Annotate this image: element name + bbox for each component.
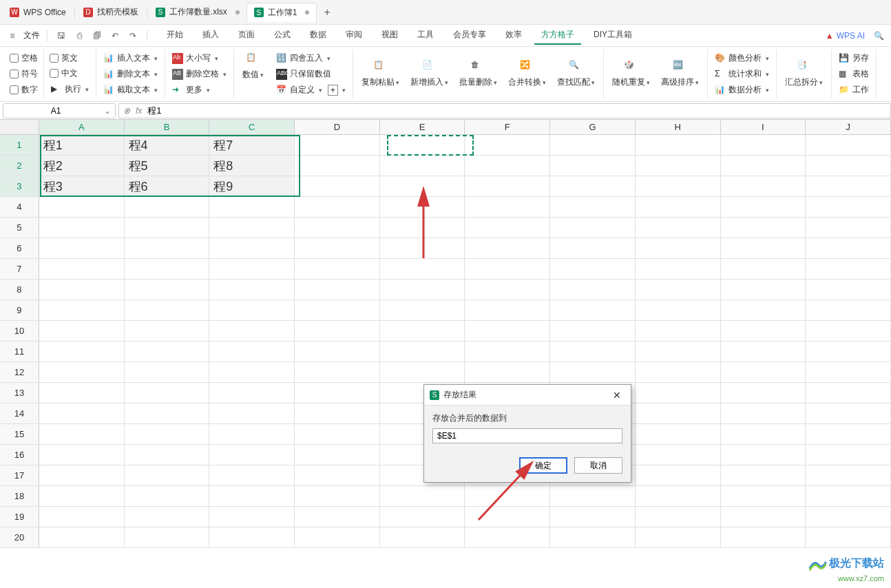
cell[interactable] <box>550 507 636 527</box>
cell[interactable] <box>380 156 465 176</box>
cell[interactable] <box>636 197 721 217</box>
cell[interactable] <box>295 527 380 547</box>
cell[interactable] <box>295 362 380 382</box>
cell[interactable] <box>806 218 891 238</box>
chevron-down-icon[interactable]: ⌄ <box>104 106 111 116</box>
cell[interactable] <box>39 218 125 238</box>
cell[interactable] <box>125 465 210 485</box>
undo-icon[interactable]: ↶ <box>108 29 122 43</box>
cell[interactable] <box>295 218 380 238</box>
work-button[interactable]: 📁工作 <box>836 83 872 97</box>
file-menu[interactable]: 文件 <box>23 30 40 41</box>
tab-formula[interactable]: 公式 <box>267 26 297 45</box>
cell[interactable] <box>39 362 125 382</box>
cell[interactable] <box>636 321 721 341</box>
cell[interactable]: 程7 <box>209 135 295 155</box>
more-button[interactable]: ➜更多▾ <box>169 83 229 97</box>
tab-tools[interactable]: 工具 <box>410 26 441 45</box>
cell[interactable] <box>39 424 125 444</box>
column-header[interactable]: I <box>721 120 806 134</box>
cell[interactable] <box>721 342 806 361</box>
name-box[interactable]: ⌄ <box>3 103 116 118</box>
cell[interactable] <box>465 156 550 176</box>
save-as-button[interactable]: 💾另存 <box>836 51 872 65</box>
tab-diy[interactable]: DIY工具箱 <box>587 26 639 45</box>
cell[interactable] <box>550 197 636 217</box>
cell[interactable] <box>125 445 210 465</box>
cell[interactable] <box>636 218 721 238</box>
summary-split-button[interactable]: 📑汇总拆分▾ <box>781 59 827 90</box>
check-symbol[interactable]: 符号 <box>8 67 39 81</box>
cell[interactable] <box>465 280 550 300</box>
cell[interactable] <box>380 362 465 382</box>
row-header[interactable]: 6 <box>0 238 39 258</box>
cell[interactable] <box>39 342 125 361</box>
cell[interactable] <box>209 238 295 258</box>
column-header[interactable]: J <box>806 120 891 134</box>
cell[interactable]: 程9 <box>209 176 295 196</box>
cell[interactable] <box>295 259 380 279</box>
cell[interactable] <box>380 527 465 547</box>
cell[interactable] <box>295 486 380 506</box>
cell[interactable] <box>806 259 891 279</box>
tab-start[interactable]: 开始 <box>160 26 190 45</box>
keep-value-button[interactable]: ABC只保留数值 <box>273 67 348 81</box>
cell[interactable] <box>550 321 636 341</box>
cell[interactable] <box>125 280 210 300</box>
cell[interactable] <box>125 527 210 547</box>
cell[interactable] <box>806 321 891 341</box>
cell[interactable] <box>380 135 465 155</box>
cell[interactable] <box>380 300 465 320</box>
cell[interactable] <box>209 197 295 217</box>
cell[interactable] <box>721 465 806 485</box>
row-header[interactable]: 14 <box>0 403 39 423</box>
stats-sum-button[interactable]: Σ统计求和▾ <box>712 67 772 81</box>
cell[interactable] <box>209 383 295 403</box>
cell[interactable] <box>636 424 721 444</box>
cell[interactable] <box>721 238 806 258</box>
cell[interactable] <box>550 342 636 361</box>
custom-button[interactable]: 📅自定义▾ +▾ <box>273 83 348 97</box>
delete-text-button[interactable]: 📊删除文本▾ <box>101 67 160 81</box>
cell[interactable] <box>125 321 210 341</box>
check-chinese[interactable]: 中文 <box>48 67 92 80</box>
color-analysis-button[interactable]: 🎨颜色分析▾ <box>712 51 772 65</box>
cell[interactable]: 程4 <box>125 135 210 155</box>
cell[interactable] <box>550 218 636 238</box>
cut-text-button[interactable]: 📊截取文本▾ <box>101 83 160 97</box>
cell[interactable] <box>209 300 295 320</box>
advanced-sort-button[interactable]: 🔤高级排序▾ <box>657 59 703 90</box>
cell[interactable] <box>295 238 380 258</box>
cell[interactable] <box>39 445 125 465</box>
cell[interactable] <box>636 445 721 465</box>
cell[interactable] <box>295 507 380 527</box>
check-english[interactable]: 英文 <box>48 52 92 65</box>
cell[interactable] <box>636 259 721 279</box>
cell[interactable] <box>550 527 636 547</box>
row-header[interactable]: 13 <box>0 383 39 403</box>
check-space[interactable]: 空格 <box>8 52 39 65</box>
cell[interactable] <box>295 176 380 196</box>
cell[interactable] <box>465 342 550 361</box>
cell[interactable] <box>721 259 806 279</box>
cell[interactable] <box>806 342 891 361</box>
app-tab[interactable]: W WPS Office <box>3 3 73 22</box>
cell[interactable] <box>39 321 125 341</box>
preview-icon[interactable]: 🗐 <box>90 29 104 43</box>
cell[interactable] <box>295 321 380 341</box>
cell[interactable] <box>209 280 295 300</box>
column-header[interactable]: C <box>209 120 295 134</box>
cell[interactable] <box>636 342 721 361</box>
row-header[interactable]: 3 <box>0 176 39 196</box>
search-icon[interactable]: 🔍 <box>872 29 885 43</box>
cell[interactable] <box>721 300 806 320</box>
cell[interactable] <box>39 259 125 279</box>
cell[interactable] <box>209 362 295 382</box>
fx-icon[interactable]: fx <box>136 106 142 116</box>
cell[interactable] <box>39 238 125 258</box>
cell[interactable]: 程1 <box>39 135 125 155</box>
cell[interactable] <box>209 321 295 341</box>
cell[interactable] <box>295 465 380 485</box>
cell[interactable] <box>465 176 550 196</box>
column-header[interactable]: F <box>465 120 550 134</box>
